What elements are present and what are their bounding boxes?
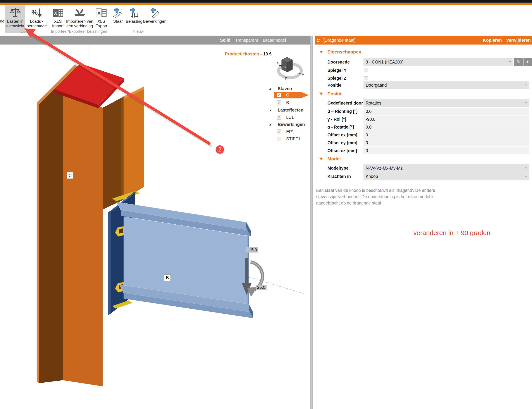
tree-item-b[interactable]: ✓ B [268,99,289,106]
model-scene [0,45,310,409]
offset-ez-input[interactable]: 0 [364,147,529,154]
spiegel-z-label: Spiegel Z [327,74,346,82]
view-mode-draadmodel[interactable]: Draadmodel [263,38,286,43]
expander-icon[interactable] [269,123,271,125]
percent-arrow-icon: % [31,7,42,19]
offset-ex-label: Offset ex [mm] [327,131,357,139]
group-separator [167,6,167,33]
krachten-in-dropdown[interactable]: Knoop ▼ [364,172,529,180]
group-separator [109,6,109,33]
step-badge: 2 [216,145,224,154]
production-cost-separator: - [259,52,263,56]
ribbon-toolbar: gen Lasten in evenwicht % [0,5,532,36]
rotation-start-value: -15,0 [246,247,258,252]
modeltype-dropdown[interactable]: N-Vy-Vz-Mx-My-Mz ▼ [364,164,529,172]
modeltype-label: Modeltype [327,164,348,172]
gamma-rol-input[interactable]: -90,0 [364,115,529,123]
gedefineerd-door-dropdown[interactable]: Rotaties ▼ [364,99,529,107]
tree-group-bewerkingen[interactable]: Bewerkingen [268,121,305,128]
section-positie[interactable]: Positie [315,91,343,97]
offset-ey-input[interactable]: 0 [364,139,529,147]
chevron-down-icon: ▼ [525,175,529,178]
beta-richting-input[interactable]: 0,0 [364,108,529,115]
tree-group-staven[interactable]: Staven [268,85,292,92]
add-section-button[interactable]: + [523,58,532,66]
beta-richting-label: β – Richting [°] [327,107,358,115]
positie-dropdown[interactable]: Doorgaand ▼ [364,81,529,89]
checkbox-unchecked[interactable] [277,137,281,141]
spiegel-z-checkbox[interactable] [364,76,368,80]
delete-button[interactable]: Verwijderen [506,38,531,43]
group-label-opties: Opties [5,29,47,34]
excel-export-icon: X [96,7,107,19]
view-mode-bar: Solid Transparant Draadmodel [0,36,310,45]
section-eigenschappen[interactable]: Eigenschappen [315,49,361,55]
alpha-rotatie-input[interactable]: 0,0 [364,123,529,131]
chevron-down-icon: ▼ [525,84,529,86]
collapse-triangle-icon[interactable] [319,158,323,160]
import-connection-icon [74,7,86,19]
svg-text:X: X [54,11,57,16]
view-mode-transparant[interactable]: Transparant [235,38,258,43]
collapse-triangle-icon[interactable] [319,51,323,53]
titlebar [0,0,532,2]
production-cost: Productiekosten-13 € [225,52,271,56]
button-label: XLS Import [50,19,66,28]
button-label: XLS Export [93,19,109,28]
property-panel: Eigenschappen Doorsnede 3 - CON1 (HEA200… [315,45,532,409]
accent-stripe [0,3,532,5]
button-label: Staaf [113,19,122,24]
checkbox-checked[interactable]: ✓ [277,115,281,120]
view-cube-front-label: xY [283,66,286,68]
model-viewport[interactable]: Productiekosten-13 € xY Y x Staven ✓ C [0,45,310,409]
application-window: gen Lasten in evenwicht % [0,0,532,409]
checkbox-checked[interactable]: ✓ [277,100,281,105]
chevron-down-icon: ▼ [525,167,529,169]
offset-ex-input[interactable]: 0 [364,131,529,139]
group-label-nieuw: Nieuw [110,29,166,34]
offset-ez-label: Offset ez [mm] [327,147,357,155]
chevron-down-icon: ▼ [525,102,529,104]
gamma-rol-label: γ - Rol [°] [327,115,346,123]
gedefineerd-door-label: Gedefineerd door [327,99,363,107]
svg-text:%: % [31,8,37,16]
selected-member-subtitle: [Dragende staaf] [323,38,356,43]
doorsnede-label: Doorsnede [327,58,350,66]
group-separator [47,6,48,33]
spiegel-y-checkbox[interactable] [364,68,368,72]
section-model[interactable]: Model [315,156,341,162]
cut-off-button[interactable]: gen [0,19,5,24]
collapse-triangle-icon[interactable] [319,93,323,95]
button-label: Loads - percentage [26,19,47,28]
copy-button[interactable]: Kopiëren [483,38,502,43]
expander-icon[interactable] [269,88,271,90]
checkbox-checked[interactable]: ✓ [277,130,281,134]
svg-text:X: X [98,11,101,16]
panel-splitter[interactable] [310,36,313,409]
annotation-note: veranderen in + 90 graden [411,229,493,237]
tree-item-le1[interactable]: ✓ LE1 [268,114,294,121]
bearing-member-note: Een staaf van de knoop is beschouwd als … [316,187,447,206]
spiegel-y-label: Spiegel Y [327,66,346,74]
edit-section-button[interactable]: ✎ [514,58,523,66]
button-label: Lasten in evenwicht [5,19,25,28]
beam-label: B [164,274,171,281]
group-label-import-export: Importeer/Exporteer belastingen [49,29,109,34]
column-label: C [67,172,73,179]
beam-member-b[interactable] [116,202,253,318]
tree-item-stiff1[interactable]: STIFF1 [268,135,300,142]
button-label: Importeren van een verbinding [66,19,93,28]
property-panel-header: C [Dragende staaf] Kopiëren Verwijderen [315,36,532,45]
doorsnede-dropdown[interactable]: 3 - CON1 (HEA200) ▼ [364,58,513,66]
view-cube[interactable]: xY Y x [276,56,304,82]
button-label: Bewerkingen [143,19,167,24]
excel-import-icon: X [52,7,63,19]
view-mode-solid[interactable]: Solid [220,38,231,43]
expander-icon[interactable] [269,109,271,111]
checkbox-checked[interactable]: ✓ [277,93,281,97]
view-cube-x-axis-label: x [277,61,279,64]
add-member-icon [112,7,123,19]
offset-ey-label: Offset ey [mm] [327,139,357,147]
tree-item-ep1[interactable]: ✓ EP1 [268,128,294,135]
tree-group-lasteffecten[interactable]: Lasteffecten [268,106,303,113]
